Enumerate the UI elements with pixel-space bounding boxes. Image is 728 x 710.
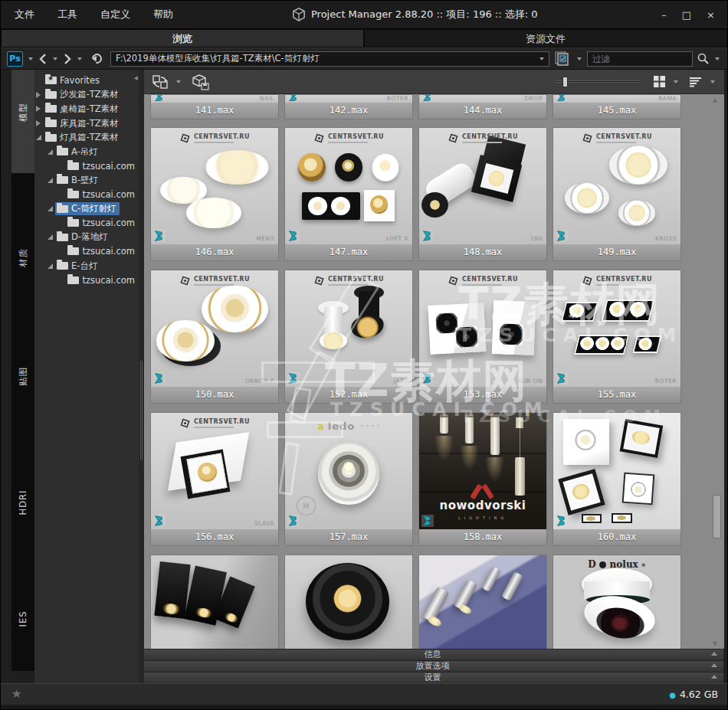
category-tab-HDRI[interactable]: HDRI <box>11 486 34 519</box>
rollout-expand-icon[interactable] <box>711 663 717 667</box>
menu-item-4[interactable]: 帮助 <box>153 8 173 21</box>
update-previews-caret[interactable] <box>176 80 181 83</box>
asset-tile[interactable] <box>150 555 279 650</box>
sort-caret[interactable] <box>710 80 715 83</box>
category-tab-材质[interactable]: 材质 <box>11 240 34 274</box>
tree-item-D-落地灯[interactable]: D-落地灯 <box>34 231 139 245</box>
tree-item-桌椅篇-TZ素材[interactable]: 桌椅篇-TZ素材 <box>34 102 139 116</box>
filter-input[interactable] <box>587 51 693 67</box>
path-input[interactable] <box>110 51 549 67</box>
menu-item-1[interactable]: 文件 <box>15 8 34 21</box>
close-button[interactable]: × <box>707 9 715 21</box>
asset-tile[interactable]: RAMA145.max <box>553 94 681 119</box>
tree-expanded-arrow-icon[interactable] <box>36 135 41 140</box>
asset-tile[interactable]: NAIL141.max <box>150 94 279 119</box>
search-dropdown-caret[interactable] <box>715 57 720 61</box>
product-label: KUB ON <box>518 378 543 384</box>
rollout-expand-icon[interactable] <box>711 652 717 656</box>
panel-splitter[interactable] <box>139 70 144 685</box>
title-text: Project Manager 2.88.20 :: 项目: 196 :: 选择… <box>311 8 538 21</box>
scrollbar-thumb[interactable] <box>713 495 721 538</box>
photoshop-button[interactable]: Ps <box>7 51 23 67</box>
brand-label: CENTRSVET.RU <box>194 418 250 425</box>
tab-浏览[interactable]: 浏览 <box>1 29 364 47</box>
asset-tile[interactable]: CENTRSVET.RUMEKO146.max <box>150 127 279 261</box>
tree-expanded-arrow-icon[interactable] <box>48 149 53 155</box>
asset-tile[interactable]: CENTRSVET.RUSLAVA156.max <box>150 412 279 546</box>
tree-item-灯具篇-TZ素材[interactable]: 灯具篇-TZ素材 <box>34 130 139 145</box>
asset-tile[interactable]: CENTRSVET.RUKROSS149.max <box>553 127 681 261</box>
menu-item-3[interactable]: 自定义 <box>100 8 130 21</box>
rollout-expand-icon[interactable] <box>711 675 717 679</box>
back-button[interactable] <box>38 53 48 65</box>
category-tab-模型[interactable]: 模型 <box>11 95 34 129</box>
batch-select-caret[interactable] <box>577 57 582 61</box>
minimize-button[interactable]: – <box>661 9 667 21</box>
rollout-放置选项[interactable]: 放置选项 <box>144 660 724 672</box>
asset-tile[interactable]: CENTRSVET.RUORBITA F150.max <box>150 270 279 404</box>
tree-item-E-台灯[interactable]: E-台灯 <box>34 259 139 273</box>
maximize-button[interactable]: □ <box>682 9 691 21</box>
scroll-down-icon[interactable]: ▼ <box>713 640 717 647</box>
category-tab-贴图[interactable]: 贴图 <box>11 359 34 393</box>
asset-tile[interactable]: DROP144.max <box>418 94 547 119</box>
forward-button[interactable] <box>63 53 72 65</box>
tree-collapsed-arrow-icon[interactable] <box>36 92 41 98</box>
back-dropdown-caret[interactable] <box>53 57 57 61</box>
lamp-shape <box>618 200 655 225</box>
thumbnail-size-slider-handle[interactable] <box>562 77 568 87</box>
grid-view-caret[interactable] <box>674 80 678 83</box>
asset-tile[interactable] <box>284 555 413 650</box>
forward-dropdown-caret[interactable] <box>77 57 82 61</box>
tree-item-床具篇-TZ素材[interactable]: 床具篇-TZ素材 <box>34 116 139 131</box>
scroll-up-icon[interactable]: ▲ <box>713 97 717 103</box>
path-dropdown-caret[interactable] <box>539 57 544 61</box>
photoshop-dropdown-caret[interactable] <box>28 57 33 61</box>
favorites-star-icon[interactable]: ★ <box>11 687 21 701</box>
menu-item-2[interactable]: 工具 <box>57 8 77 21</box>
tree-item-Favorites[interactable]: Favorites <box>34 74 139 88</box>
tree-item-A-吊灯[interactable]: A-吊灯 <box>34 145 139 159</box>
tree-item-tzsucai.com[interactable]: tzsucai.com <box>34 273 139 287</box>
asset-tile[interactable]: CENTRSVET.RUROTER155.max <box>553 270 681 404</box>
tree-expanded-arrow-icon[interactable] <box>48 234 53 240</box>
search-icon[interactable] <box>697 52 710 65</box>
thumbnail-size-slider[interactable] <box>555 80 641 83</box>
lamp-shape <box>499 323 523 345</box>
tree-item-沙发篇-TZ素材[interactable]: 沙发篇-TZ素材 <box>34 88 139 103</box>
tab-资源文件[interactable]: 资源文件 <box>364 29 727 47</box>
tree-item-tzsucai.com[interactable]: tzsucai.com <box>34 159 139 174</box>
asset-tile[interactable]: CENTRSVET.RU180148.max <box>418 127 547 261</box>
sort-icon[interactable] <box>689 77 703 87</box>
asset-tile[interactable]: 160.max <box>553 412 681 546</box>
asset-tile[interactable] <box>418 555 547 650</box>
lamp-shape <box>501 571 523 601</box>
tree-expanded-arrow-icon[interactable] <box>48 263 53 269</box>
tree-item-B-壁灯[interactable]: B-壁灯 <box>34 173 139 188</box>
export-model-icon[interactable] <box>192 74 210 90</box>
asset-tile[interactable]: nowodvorskiLIGHTING158.max <box>418 412 547 546</box>
grid-scrollbar[interactable]: ▲ ▼ <box>710 94 724 683</box>
refresh-icon[interactable] <box>90 51 103 65</box>
asset-tile[interactable]: Maledo* * * *157.max <box>284 412 413 546</box>
grid-view-icon[interactable] <box>653 75 666 88</box>
asset-tile[interactable]: CENTRSVET.RULOFT X147.max <box>284 127 413 261</box>
batch-select-icon[interactable] <box>553 51 572 67</box>
rollout-设置[interactable]: 设置 <box>144 672 724 683</box>
asset-tile[interactable]: CENTRSVET.RUKUB ON153.max <box>418 270 547 404</box>
asset-tile[interactable]: ROTER142.max <box>284 94 413 119</box>
asset-thumbnail <box>553 413 680 529</box>
tree-item-tzsucai.com[interactable]: tzsucai.com <box>34 216 139 231</box>
asset-tile[interactable]: Dnolux® <box>553 555 681 650</box>
tree-item-C-筒灯射灯[interactable]: C-筒灯射灯 <box>34 201 139 216</box>
tree-collapsed-arrow-icon[interactable] <box>36 120 41 126</box>
tree-item-tzsucai.com[interactable]: tzsucai.com <box>34 244 139 259</box>
tree-expanded-arrow-icon[interactable] <box>48 178 53 183</box>
tree-expanded-arrow-icon[interactable] <box>48 206 53 211</box>
rollout-信息[interactable]: 信息 <box>144 649 724 660</box>
asset-tile[interactable]: CENTRSVET.RUJAZZ152.max <box>284 270 413 404</box>
tree-collapsed-arrow-icon[interactable] <box>36 106 41 112</box>
tree-item-tzsucai.com[interactable]: tzsucai.com <box>34 188 139 202</box>
update-previews-icon[interactable] <box>152 74 170 90</box>
category-tab-IES[interactable]: IES <box>11 602 34 636</box>
